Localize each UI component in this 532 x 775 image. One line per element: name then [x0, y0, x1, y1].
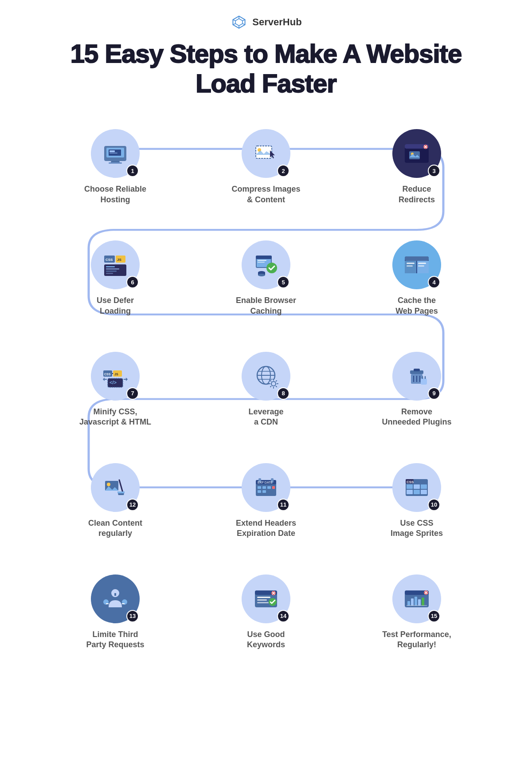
step-8-label: Leveragea CDN: [248, 407, 283, 428]
step-10-number: 10: [428, 499, 440, 511]
svg-rect-90: [272, 486, 275, 489]
svg-rect-118: [418, 599, 421, 606]
step-5-label: Enable BrowserCaching: [236, 295, 296, 316]
svg-rect-12: [109, 162, 122, 164]
svg-rect-46: [104, 264, 126, 276]
step-8: 8 Leveragea CDN: [204, 352, 328, 428]
step-8-number: 8: [277, 387, 289, 400]
step-2: 2 Compress Images& Content: [204, 129, 328, 205]
svg-line-95: [119, 480, 123, 492]
svg-rect-49: [106, 271, 117, 272]
step-14: 14 Use GoodKeywords: [204, 574, 328, 650]
step-14-number: 14: [277, 610, 289, 622]
svg-rect-105: [257, 602, 269, 603]
step-11: EXP DATE 11 Extend HeadersExpiration Dat…: [204, 463, 328, 539]
step-13-label: Limite ThirdParty Requests: [86, 629, 144, 650]
svg-rect-104: [257, 599, 267, 601]
svg-rect-88: [262, 486, 266, 489]
svg-rect-79: [407, 490, 413, 494]
step-12: 12 Clean Contentregularly: [53, 463, 177, 539]
svg-rect-50: [106, 273, 113, 274]
logo-icon: [230, 13, 248, 31]
svg-rect-87: [258, 486, 261, 489]
step-9-icon-wrapper: 9: [392, 352, 441, 401]
header: ServerHub 15 Easy Steps to Make A Websit…: [66, 13, 466, 98]
svg-text:EXP DATE: EXP DATE: [258, 481, 273, 484]
svg-rect-89: [267, 486, 271, 489]
step-1: 1 Choose ReliableHosting: [53, 129, 177, 205]
step-5-icon-wrapper: 5: [242, 240, 290, 289]
step-4-icon-wrapper: 4: [392, 240, 441, 289]
svg-rect-103: [257, 597, 270, 598]
svg-rect-119: [422, 598, 424, 606]
svg-rect-117: [415, 597, 417, 606]
step-4-label: Cache theWeb Pages: [395, 295, 438, 316]
step-13: 13 Limite ThirdParty Requests: [53, 574, 177, 650]
svg-rect-31: [418, 263, 426, 264]
step-7-label: Minify CSS,Javascript & HTML: [79, 407, 151, 428]
svg-rect-65: [414, 369, 420, 371]
row-5: 13 Limite ThirdParty Requests: [53, 574, 479, 650]
svg-text:CSS: CSS: [104, 373, 111, 376]
step-11-icon-wrapper: EXP DATE 11: [242, 463, 290, 512]
svg-rect-34: [256, 256, 272, 259]
step-5-number: 5: [277, 276, 289, 288]
step-1-label: Choose ReliableHosting: [84, 184, 146, 205]
step-6-icon-wrapper: CSS JS 6: [91, 240, 140, 289]
step-10-label: Use CSSImage Sprites: [391, 518, 443, 539]
step-9-number: 9: [428, 387, 440, 400]
svg-rect-81: [421, 490, 427, 494]
step-3-icon-wrapper: 3: [392, 129, 441, 178]
svg-text:JS: JS: [117, 258, 121, 262]
svg-rect-115: [407, 601, 410, 606]
step-9: 9 RemoveUnneeded Plugins: [355, 352, 479, 428]
step-10: CSS 10 Use CSSImage Sprites: [355, 463, 479, 539]
step-3-label: ReduceRedirects: [399, 184, 435, 205]
step-15-label: Test Performance,Regularly!: [382, 629, 451, 650]
svg-point-41: [258, 274, 265, 276]
step-15-number: 15: [428, 610, 440, 622]
step-14-label: Use GoodKeywords: [247, 629, 285, 650]
svg-rect-47: [106, 266, 115, 268]
step-7-number: 7: [126, 387, 139, 400]
svg-rect-32: [418, 265, 424, 267]
step-11-label: Extend HeadersExpiration Date: [236, 518, 296, 539]
step-5: 5 Enable BrowserCaching: [204, 240, 328, 316]
svg-rect-92: [262, 490, 266, 493]
step-1-icon-wrapper: 1: [91, 129, 140, 178]
svg-rect-29: [407, 263, 415, 264]
row-4: CSS 10 Use CSSImage Sprites: [53, 463, 479, 539]
svg-text:</>: </>: [110, 380, 117, 385]
step-3: 3 ReduceRedirects: [355, 129, 479, 205]
main-title: 15 Easy Steps to Make A Website Load Fas…: [66, 39, 466, 98]
step-1-number: 1: [126, 165, 139, 177]
step-6-label: Use DeferLoading: [97, 295, 134, 316]
svg-rect-70: [421, 378, 427, 385]
svg-rect-76: [407, 484, 413, 489]
step-12-number: 12: [126, 499, 139, 511]
step-15: 15 Test Performance,Regularly!: [355, 574, 479, 650]
step-13-number: 13: [126, 610, 139, 622]
step-11-number: 11: [277, 499, 289, 511]
svg-text:JS: JS: [114, 373, 118, 376]
svg-rect-10: [110, 153, 117, 153]
svg-rect-116: [411, 598, 414, 606]
step-2-label: Compress Images& Content: [231, 184, 300, 205]
svg-text:CSS: CSS: [407, 480, 414, 484]
svg-rect-18: [409, 151, 420, 159]
step-8-icon-wrapper: 8: [242, 352, 290, 401]
svg-rect-36: [258, 260, 266, 261]
steps-layout: 1 Choose ReliableHosting 2: [53, 116, 479, 668]
logo-text: ServerHub: [252, 16, 301, 28]
svg-point-94: [107, 483, 110, 486]
svg-rect-30: [407, 265, 413, 267]
svg-rect-91: [258, 490, 261, 493]
row-2: 4 Cache theWeb Pages: [53, 240, 479, 316]
logo-area: ServerHub: [230, 13, 301, 31]
step-2-icon-wrapper: 2: [242, 129, 290, 178]
row-1: 1 Choose ReliableHosting 2: [53, 116, 479, 205]
svg-rect-37: [258, 262, 265, 263]
svg-rect-77: [414, 484, 420, 489]
step-9-label: RemoveUnneeded Plugins: [382, 407, 451, 428]
step-7-icon-wrapper: CSS JS </> 7: [91, 352, 140, 401]
